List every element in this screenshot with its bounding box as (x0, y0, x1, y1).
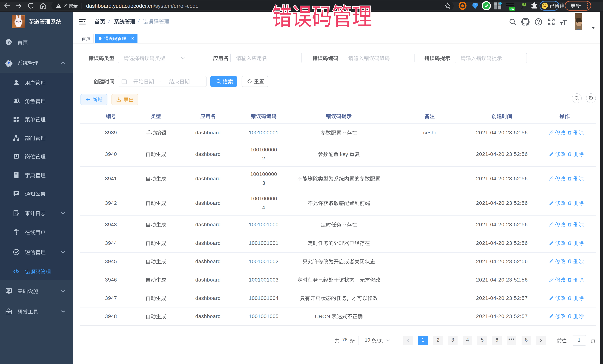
svg-text:on: on (510, 7, 514, 11)
